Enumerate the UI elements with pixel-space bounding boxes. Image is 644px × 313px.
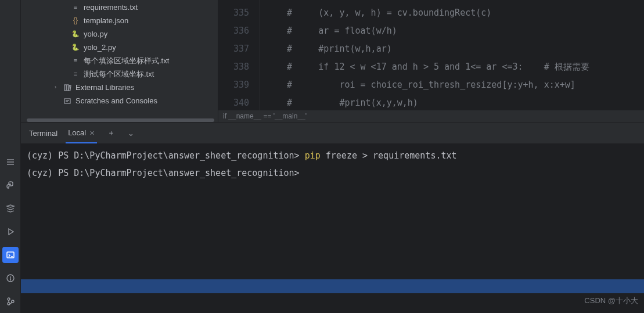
services-icon[interactable] (2, 200, 19, 217)
ext-lib-label: External Libraries (75, 81, 134, 94)
svg-rect-13 (69, 85, 71, 90)
svg-rect-14 (64, 99, 70, 103)
svg-rect-11 (64, 85, 66, 91)
run-icon[interactable] (2, 224, 19, 240)
terminal-selection-bar (21, 279, 644, 293)
file-yolo2-py[interactable]: 🐍yolo_2.py (21, 41, 218, 54)
file-requirements-txt[interactable]: ≡requirements.txt (21, 1, 218, 14)
file-template-json[interactable]: {}template.json (21, 14, 218, 27)
code-editor[interactable]: 335336337338339340 # (x, y, w, h) = cv.b… (218, 0, 644, 122)
python-file-icon: 🐍 (71, 43, 80, 52)
scratches-label: Scratches and Consoles (75, 94, 157, 107)
structure-icon[interactable] (2, 154, 19, 170)
terminal-tab-local[interactable]: Local × (66, 123, 97, 144)
close-icon[interactable]: × (89, 128, 95, 138)
text-file-icon: ≡ (71, 3, 80, 12)
text-file-icon: ≡ (71, 56, 80, 66)
editor-breadcrumb[interactable]: if __name__ == '__main__' (218, 110, 644, 122)
chevron-right-icon: › (55, 81, 59, 94)
terminal-tab-bar: Terminal Local × ＋ ⌄ (21, 123, 644, 143)
external-libraries[interactable]: ›External Libraries (21, 81, 218, 94)
svg-point-8 (8, 298, 10, 300)
svg-point-9 (8, 303, 10, 305)
terminal-title: Terminal (29, 129, 57, 138)
file-label: yolo_2.py (84, 41, 116, 54)
tool-window-bar (0, 0, 21, 313)
terminal-body[interactable]: (cyz) PS D:\PyCharmProject\answer_sheet_… (21, 143, 644, 313)
svg-point-7 (10, 280, 10, 280)
code-content[interactable]: # (x, y, w, h) = cv.boundingRect(c) # ar… (260, 0, 637, 122)
scratches-icon (63, 96, 72, 106)
file-yolo-py[interactable]: 🐍yolo.py (21, 27, 218, 41)
svg-rect-4 (7, 252, 14, 258)
terminal-tab-label: Local (68, 128, 86, 137)
file-label: 测试每个区域坐标.txt (84, 67, 154, 81)
text-file-icon: ≡ (71, 70, 80, 79)
add-terminal-button[interactable]: ＋ (105, 125, 117, 141)
file-label: requirements.txt (84, 1, 138, 14)
file-label: 每个填涂区域坐标样式.txt (84, 54, 169, 67)
file-txt-1[interactable]: ≡每个填涂区域坐标样式.txt (21, 54, 218, 67)
file-label: yolo.py (84, 27, 107, 41)
svg-rect-12 (67, 85, 69, 91)
watermark: CSDN @十小大 (584, 292, 638, 310)
line-number-gutter: 335336337338339340 (218, 0, 260, 122)
editor-scrollbar[interactable] (637, 0, 644, 122)
file-label: template.json (84, 14, 128, 27)
project-tree[interactable]: ≡requirements.txt {}template.json 🐍yolo.… (21, 0, 218, 122)
file-txt-2[interactable]: ≡测试每个区域坐标.txt (21, 67, 218, 81)
python-console-icon[interactable] (2, 177, 19, 193)
problems-icon[interactable] (2, 270, 19, 286)
terminal-dropdown-icon[interactable]: ⌄ (125, 127, 136, 140)
terminal-icon[interactable] (2, 247, 19, 263)
json-file-icon: {} (71, 16, 80, 26)
terminal-panel: Terminal Local × ＋ ⌄ (cyz) PS D:\PyCharm… (21, 122, 644, 313)
svg-marker-3 (9, 229, 13, 235)
library-icon (63, 83, 72, 92)
vcs-icon[interactable] (2, 293, 19, 310)
scratches-consoles[interactable]: Scratches and Consoles (21, 94, 218, 107)
python-file-icon: 🐍 (71, 30, 80, 39)
